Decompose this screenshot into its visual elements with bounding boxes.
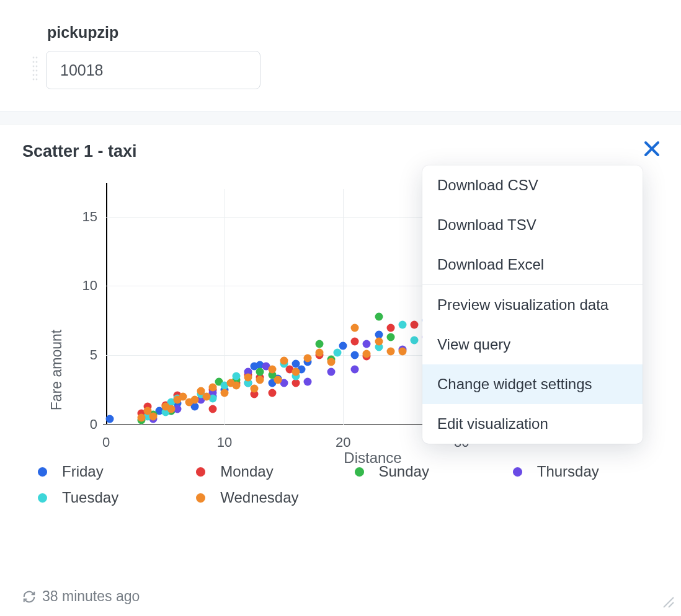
last-refresh-time: 38 minutes ago (42, 588, 140, 605)
svg-point-8 (33, 74, 35, 76)
card-footer: 38 minutes ago (22, 588, 659, 605)
scatter-point[interactable] (375, 312, 383, 320)
scatter-point[interactable] (221, 389, 229, 397)
x-axis-title: Distance (106, 449, 639, 467)
scatter-point[interactable] (292, 368, 300, 376)
menu-item-download-tsv[interactable]: Download TSV (422, 205, 643, 245)
scatter-point[interactable] (191, 395, 199, 403)
scatter-point[interactable] (244, 374, 252, 382)
legend-item-tuesday[interactable]: Tuesday (38, 489, 184, 506)
scatter-point[interactable] (274, 376, 282, 384)
svg-point-9 (36, 74, 38, 76)
scatter-point[interactable] (327, 368, 336, 376)
legend-swatch (513, 467, 522, 477)
legend-swatch (196, 493, 205, 503)
scatter-point[interactable] (351, 351, 359, 359)
x-tick-label: 20 (336, 425, 350, 451)
scatter-point[interactable] (363, 350, 371, 358)
refresh-icon[interactable] (22, 590, 36, 604)
legend-label: Wednesday (220, 489, 298, 506)
svg-point-4 (33, 66, 35, 68)
scatter-point[interactable] (280, 357, 288, 365)
legend: FridayMondaySundayThursdayTuesdayWednesd… (38, 463, 659, 506)
scatter-point[interactable] (268, 365, 276, 373)
x-tick-label: 0 (102, 425, 110, 451)
scatter-point[interactable] (149, 412, 158, 420)
scatter-point[interactable] (203, 393, 211, 401)
svg-point-7 (36, 70, 38, 72)
scatter-point[interactable] (339, 341, 347, 350)
scatter-point[interactable] (209, 383, 217, 391)
scatter-point[interactable] (386, 347, 394, 355)
svg-point-10 (33, 79, 35, 81)
legend-swatch (196, 467, 205, 477)
scatter-point[interactable] (398, 321, 406, 329)
y-axis-line (106, 183, 107, 425)
scatter-point[interactable] (351, 337, 359, 345)
scatter-point[interactable] (256, 376, 264, 384)
chart-card: Scatter 1 - taxi Fare amount 05101501020… (0, 125, 681, 616)
scatter-point[interactable] (167, 405, 176, 413)
menu-item-preview-visualization-data[interactable]: Preview visualization data (422, 285, 643, 325)
scatter-point[interactable] (268, 389, 276, 397)
scatter-point[interactable] (333, 348, 341, 356)
scatter-point[interactable] (292, 379, 300, 387)
y-tick-label: 10 (82, 278, 106, 294)
y-axis-title: Fare amount (48, 330, 65, 410)
svg-point-1 (36, 57, 38, 59)
legend-label: Tuesday (62, 489, 118, 506)
svg-point-11 (36, 79, 38, 81)
legend-label: Friday (62, 463, 104, 480)
drag-handle-icon[interactable] (32, 50, 41, 90)
scatter-point[interactable] (327, 358, 336, 366)
menu-item-download-csv[interactable]: Download CSV (422, 165, 643, 205)
svg-point-3 (36, 61, 38, 63)
menu-item-view-query[interactable]: View query (422, 325, 643, 364)
menu-item-change-widget-settings[interactable]: Change widget settings (422, 364, 643, 404)
close-icon[interactable] (643, 139, 661, 158)
chart-title: Scatter 1 - taxi (22, 142, 659, 161)
gridline-v (343, 189, 344, 425)
scatter-point[interactable] (386, 323, 394, 332)
legend-item-wednesday[interactable]: Wednesday (196, 489, 342, 506)
y-tick-label: 5 (90, 347, 106, 363)
scatter-point[interactable] (316, 340, 324, 348)
filter-label: pickupzip (47, 24, 681, 42)
svg-point-6 (33, 70, 35, 72)
scatter-point[interactable] (105, 415, 114, 423)
x-tick-label: 10 (217, 425, 232, 451)
scatter-point[interactable] (233, 372, 241, 380)
scatter-point[interactable] (363, 340, 371, 348)
scatter-point[interactable] (233, 382, 241, 390)
filter-panel: pickupzip (0, 0, 681, 111)
divider (0, 111, 681, 125)
menu-item-edit-visualization[interactable]: Edit visualization (422, 404, 643, 444)
pickupzip-input[interactable] (46, 51, 260, 89)
scatter-point[interactable] (303, 377, 311, 385)
menu-item-download-excel[interactable]: Download Excel (422, 245, 643, 284)
y-tick-label: 15 (82, 209, 106, 225)
scatter-point[interactable] (351, 323, 359, 332)
resize-handle-icon[interactable] (661, 595, 675, 611)
scatter-point[interactable] (375, 337, 383, 345)
scatter-point[interactable] (410, 336, 418, 344)
scatter-point[interactable] (410, 321, 418, 329)
scatter-point[interactable] (209, 405, 217, 413)
scatter-point[interactable] (250, 384, 258, 392)
legend-swatch (38, 493, 47, 503)
scatter-point[interactable] (398, 347, 406, 355)
svg-point-2 (33, 61, 35, 63)
svg-point-0 (33, 57, 35, 59)
svg-point-5 (36, 66, 38, 68)
scatter-point[interactable] (316, 348, 324, 356)
scatter-point[interactable] (386, 333, 394, 341)
chart-context-menu: Download CSVDownload TSVDownload ExcelPr… (422, 165, 643, 444)
scatter-point[interactable] (138, 413, 146, 421)
scatter-point[interactable] (351, 365, 359, 373)
scatter-point[interactable] (303, 354, 311, 362)
legend-swatch (38, 467, 47, 477)
legend-swatch (355, 467, 364, 477)
